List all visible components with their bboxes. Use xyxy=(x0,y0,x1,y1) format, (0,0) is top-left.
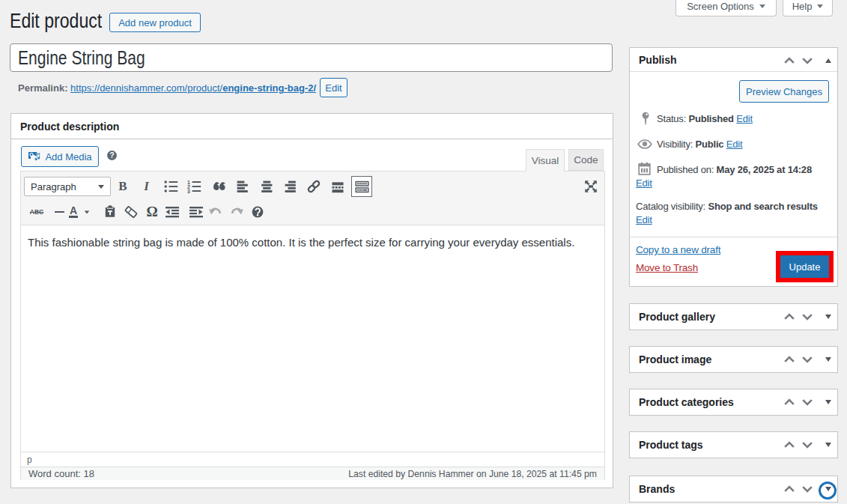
svg-text:3: 3 xyxy=(187,189,190,194)
